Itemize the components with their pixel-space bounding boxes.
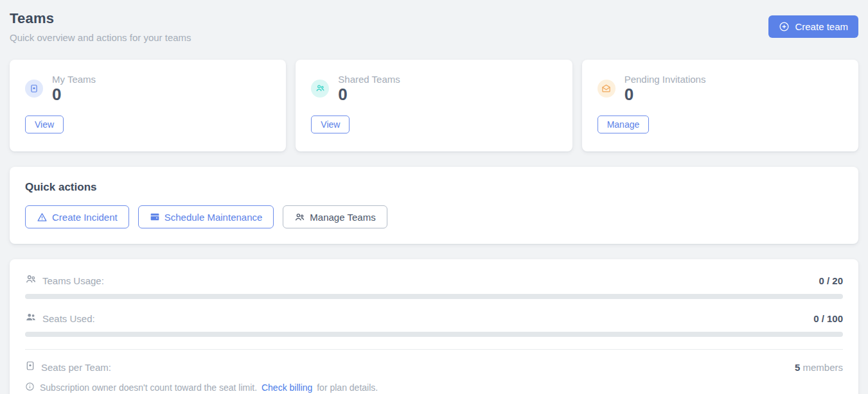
stat-value: 0 xyxy=(52,86,96,103)
usage-note: Subscription owner doesn't count toward … xyxy=(25,382,843,393)
view-shared-teams-button[interactable]: View xyxy=(311,116,350,133)
page-header: Teams Quick overview and actions for you… xyxy=(10,10,858,43)
seats-per-team-value: 5 members xyxy=(795,362,843,373)
pending-invitations-card: Pending Invitations 0 Manage xyxy=(582,60,858,151)
stat-label: Pending Invitations xyxy=(624,74,706,85)
seats-per-team-label: Seats per Team: xyxy=(41,362,111,373)
page-header-text: Teams Quick overview and actions for you… xyxy=(10,10,191,43)
stat-text: Shared Teams 0 xyxy=(338,74,400,103)
seats-used-value: 0 / 100 xyxy=(813,313,843,324)
badge-icon xyxy=(25,361,35,373)
quick-actions-card: Quick actions Create Incident xyxy=(10,167,858,244)
plus-circle-icon xyxy=(779,21,790,32)
group-filled-icon xyxy=(25,311,37,325)
group-outline-icon xyxy=(25,273,37,287)
seats-per-team-left: Seats per Team: xyxy=(25,361,111,373)
quick-actions-buttons: Create Incident Schedule Maintenance xyxy=(25,205,843,228)
info-circle-icon xyxy=(25,382,35,393)
manage-teams-label: Manage Teams xyxy=(310,212,375,223)
check-billing-link[interactable]: Check billing xyxy=(261,382,312,393)
stat-label: Shared Teams xyxy=(338,74,400,85)
seats-per-team-unit: members xyxy=(802,362,843,373)
schedule-maintenance-label: Schedule Maintenance xyxy=(164,212,263,223)
stat-top: Pending Invitations 0 xyxy=(598,74,843,103)
envelope-open-icon xyxy=(598,80,616,98)
group-icon xyxy=(311,80,329,98)
page-title: Teams xyxy=(10,10,191,27)
group-icon xyxy=(294,212,305,223)
usage-card: Teams Usage: 0 / 20 Seats Used: 0 / 100 xyxy=(10,259,858,394)
view-my-teams-button[interactable]: View xyxy=(25,116,64,133)
manage-teams-button[interactable]: Manage Teams xyxy=(283,205,387,228)
create-incident-button[interactable]: Create Incident xyxy=(25,205,129,228)
warning-triangle-icon xyxy=(37,212,48,223)
page-subtitle: Quick overview and actions for your team… xyxy=(10,32,191,43)
schedule-maintenance-button[interactable]: Schedule Maintenance xyxy=(138,205,274,228)
stat-value: 0 xyxy=(338,86,400,103)
create-incident-label: Create Incident xyxy=(52,212,118,223)
create-team-button[interactable]: Create team xyxy=(768,15,858,38)
teams-usage-label: Teams Usage: xyxy=(42,275,104,286)
teams-page: Teams Quick overview and actions for you… xyxy=(10,10,858,394)
stat-value: 0 xyxy=(624,86,706,103)
my-teams-card: My Teams 0 View xyxy=(10,60,286,151)
create-team-label: Create team xyxy=(795,21,848,32)
quick-actions-title: Quick actions xyxy=(25,181,843,194)
stat-top: Shared Teams 0 xyxy=(311,74,556,103)
seats-used-progressbar xyxy=(25,332,843,337)
teams-usage-left: Teams Usage: xyxy=(25,273,104,287)
usage-divider xyxy=(25,349,843,350)
usage-note-prefix: Subscription owner doesn't count toward … xyxy=(40,382,257,393)
seats-used-label: Seats Used: xyxy=(42,313,95,324)
badge-icon xyxy=(25,80,43,98)
calendar-icon xyxy=(150,212,160,222)
seats-per-team-number: 5 xyxy=(795,362,800,373)
usage-note-text: Subscription owner doesn't count toward … xyxy=(40,382,378,393)
teams-usage-progressbar xyxy=(25,294,843,299)
stat-text: Pending Invitations 0 xyxy=(624,74,706,103)
usage-note-suffix: for plan details. xyxy=(317,382,378,393)
stat-text: My Teams 0 xyxy=(52,74,96,103)
stat-label: My Teams xyxy=(52,74,96,85)
shared-teams-card: Shared Teams 0 View xyxy=(296,60,572,151)
seats-used-left: Seats Used: xyxy=(25,311,95,325)
teams-usage-row: Teams Usage: 0 / 20 xyxy=(25,273,843,287)
teams-usage-value: 0 / 20 xyxy=(819,275,843,286)
seats-used-row: Seats Used: 0 / 100 xyxy=(25,311,843,325)
seats-per-team-row: Seats per Team: 5 members xyxy=(25,361,843,373)
stat-top: My Teams 0 xyxy=(25,74,270,103)
manage-invitations-button[interactable]: Manage xyxy=(598,116,650,133)
stats-row: My Teams 0 View Shared Teams 0 Vi xyxy=(10,60,858,151)
